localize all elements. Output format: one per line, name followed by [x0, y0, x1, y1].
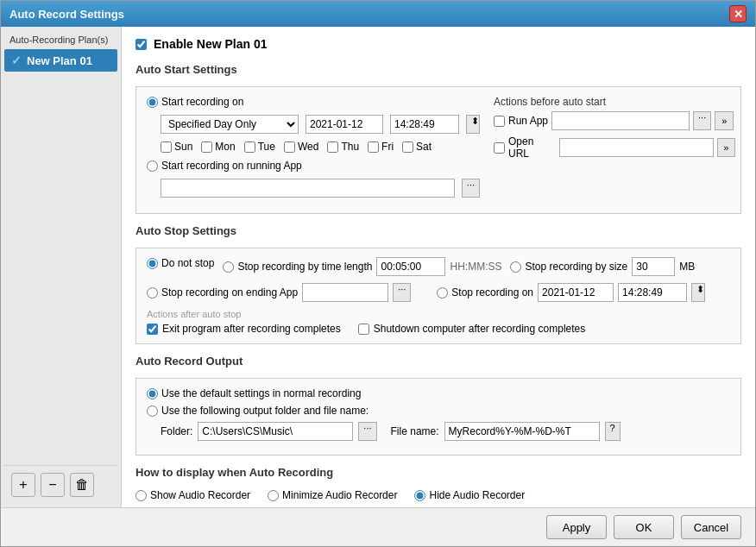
exit-program-label: Exit program after recording completes [162, 323, 341, 335]
radio-show-label[interactable]: Show Audio Recorder [135, 489, 250, 501]
sidebar: Auto-Recording Plan(s) ✓ New Plan 01 + −… [1, 27, 122, 507]
display-section: Show Audio Recorder Minimize Audio Recor… [135, 489, 741, 501]
content-area: Auto-Recording Plan(s) ✓ New Plan 01 + −… [1, 27, 755, 507]
radio-by-size-text: Stop recording by size [525, 261, 627, 273]
radio-custom-output[interactable] [147, 406, 158, 417]
run-app-checkbox[interactable] [494, 116, 505, 127]
day-mon[interactable] [201, 141, 212, 153]
shutdown-label: Shutdown computer after recording comple… [374, 323, 585, 335]
radio-stop-on-label[interactable]: Stop recording on [437, 286, 533, 299]
radio-start-on[interactable] [147, 97, 158, 108]
schedule-type-dropdown[interactable]: Specified Day Only [161, 115, 299, 134]
radio-hide[interactable] [414, 490, 425, 501]
radio-by-size[interactable] [510, 261, 521, 273]
day-sat[interactable] [402, 141, 413, 153]
radio-start-on-text: Start recording on [161, 96, 243, 108]
radio-custom-output-text: Use the following output folder and file… [161, 405, 369, 417]
enable-row: Enable New Plan 01 [135, 37, 741, 51]
apply-button[interactable]: Apply [546, 515, 607, 539]
radio-by-size-label[interactable]: Stop recording by size [510, 261, 627, 273]
title-bar: Auto Record Settings ✕ [1, 1, 755, 27]
auto-start-section: Start recording on Specified Day Only ⬍ [135, 86, 741, 214]
actions-before-start: Actions before auto start Run App ··· » … [494, 96, 735, 204]
open-url-arrow-btn[interactable]: » [717, 138, 735, 157]
radio-show-text: Show Audio Recorder [150, 489, 250, 501]
radio-do-not-stop-label[interactable]: Do not stop [147, 257, 214, 269]
remove-plan-button[interactable]: − [41, 473, 65, 497]
day-wed[interactable] [284, 141, 295, 153]
radio-running-app-text: Start recording on running App [161, 160, 302, 172]
time-format-label: HH:MM:SS [450, 261, 501, 273]
close-button[interactable]: ✕ [729, 5, 747, 22]
sidebar-bottom: + − 🗑 [4, 465, 117, 504]
folder-label: Folder: [161, 425, 192, 437]
radio-by-time-label[interactable]: Stop recording by time length [223, 261, 372, 273]
radio-running-app-label[interactable]: Start recording on running App [147, 160, 302, 172]
run-app-browse-btn[interactable]: ··· [693, 111, 711, 130]
cancel-button[interactable]: Cancel [681, 515, 741, 539]
auto-stop-title: Auto Stop Settings [135, 224, 741, 239]
sidebar-section-label: Auto-Recording Plan(s) [4, 30, 117, 47]
stop-date-input[interactable] [538, 283, 614, 302]
shutdown-checkbox[interactable] [358, 324, 369, 335]
day-fri[interactable] [368, 141, 379, 153]
ending-app-input[interactable] [302, 283, 388, 302]
day-tue[interactable] [244, 141, 255, 153]
radio-do-not-stop[interactable] [147, 258, 158, 269]
folder-input[interactable] [198, 422, 353, 441]
enable-checkbox[interactable] [135, 39, 147, 50]
open-url-label: Open URL [508, 135, 556, 160]
output-title: Auto Record Output [135, 355, 741, 369]
open-url-checkbox[interactable] [494, 142, 505, 154]
after-stop-label: Actions after auto stop [147, 309, 730, 319]
exit-program-check-label[interactable]: Exit program after recording completes [147, 323, 341, 335]
size-unit-label: MB [679, 261, 695, 273]
folder-browse-btn[interactable]: ··· [358, 422, 376, 441]
stop-size-input[interactable] [632, 257, 675, 276]
time-spinner[interactable]: ⬍ [466, 115, 480, 134]
radio-custom-output-label[interactable]: Use the following output folder and file… [147, 405, 369, 417]
stop-time-field[interactable] [618, 283, 687, 302]
footer: Apply OK Cancel [1, 507, 755, 546]
running-app-browse-btn[interactable]: ··· [462, 179, 480, 198]
radio-ending-app-label[interactable]: Stop recording on ending App [147, 286, 298, 299]
radio-show[interactable] [135, 490, 147, 501]
filename-help-btn[interactable]: ? [605, 422, 621, 441]
dialog: Auto Record Settings ✕ Auto-Recording Pl… [0, 0, 756, 547]
radio-by-time[interactable] [223, 261, 234, 273]
radio-running-app[interactable] [147, 160, 158, 172]
sidebar-item-new-plan[interactable]: ✓ New Plan 01 [4, 49, 117, 72]
exit-program-checkbox[interactable] [147, 324, 158, 335]
schedule-date-input[interactable] [306, 115, 383, 134]
schedule-time-input[interactable] [390, 115, 459, 134]
radio-minimize-text: Minimize Audio Recorder [282, 489, 397, 501]
radio-default-output-label[interactable]: Use the default settings in normal recor… [147, 387, 361, 399]
open-url-input[interactable] [559, 138, 714, 157]
radio-minimize[interactable] [268, 490, 279, 501]
enable-label: Enable New Plan 01 [154, 37, 268, 51]
radio-start-on-label[interactable]: Start recording on [147, 96, 243, 108]
filename-label: File name: [391, 425, 439, 437]
radio-ending-app[interactable] [147, 287, 158, 299]
radio-stop-on[interactable] [437, 287, 448, 299]
day-thu[interactable] [327, 141, 338, 153]
delete-plan-button[interactable]: 🗑 [70, 473, 94, 497]
main-panel: Enable New Plan 01 Auto Start Settings S… [122, 27, 755, 507]
ok-button[interactable]: OK [614, 515, 674, 539]
day-sun[interactable] [161, 141, 172, 153]
filename-input[interactable] [444, 422, 600, 441]
radio-by-time-text: Stop recording by time length [237, 261, 372, 273]
radio-default-output[interactable] [147, 388, 158, 399]
dialog-title: Auto Record Settings [9, 8, 124, 21]
add-plan-button[interactable]: + [11, 473, 35, 497]
radio-minimize-label[interactable]: Minimize Audio Recorder [268, 489, 397, 501]
running-app-input[interactable] [161, 179, 455, 198]
run-app-input[interactable] [551, 111, 690, 130]
run-app-arrow-btn[interactable]: » [715, 111, 734, 130]
stop-time-spinner[interactable]: ⬍ [691, 283, 705, 302]
radio-hide-label[interactable]: Hide Audio Recorder [414, 489, 525, 501]
plan-check-icon: ✓ [11, 53, 22, 67]
stop-time-input[interactable] [376, 257, 445, 276]
ending-app-browse-btn[interactable]: ··· [393, 283, 411, 302]
shutdown-check-label[interactable]: Shutdown computer after recording comple… [358, 323, 585, 335]
